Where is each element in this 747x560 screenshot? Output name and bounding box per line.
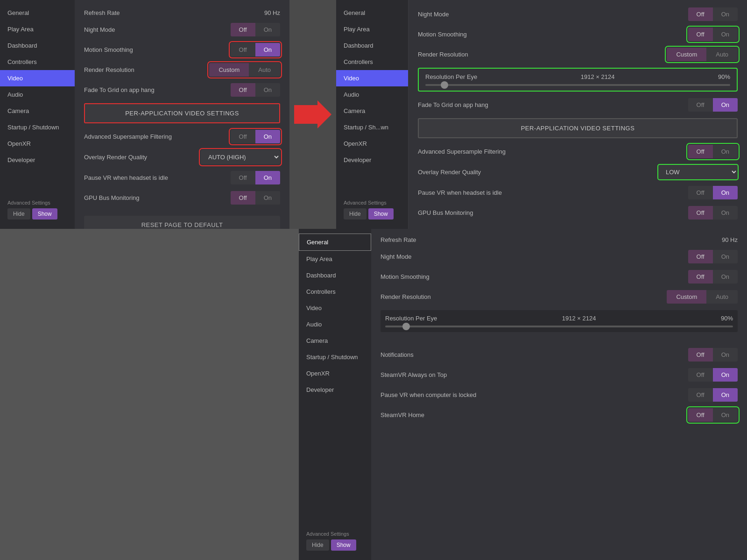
bottom-night-mode-on[interactable]: On bbox=[713, 250, 738, 263]
right-pause-vr-on[interactable]: On bbox=[713, 186, 738, 199]
notifications-off[interactable]: Off bbox=[688, 348, 713, 362]
overlay-render-select[interactable]: AUTO (HIGH) LOW MEDIUM HIGH bbox=[201, 150, 280, 164]
notifications-on[interactable]: On bbox=[713, 348, 738, 362]
left-nav-dashboard[interactable]: Dashboard bbox=[0, 37, 75, 54]
right-fade-to-grid-off[interactable]: Off bbox=[688, 98, 713, 112]
right-motion-smoothing-on[interactable]: On bbox=[713, 28, 738, 41]
left-nav-video[interactable]: Video bbox=[0, 70, 75, 86]
left-nav-play-area[interactable]: Play Area bbox=[0, 21, 75, 37]
bottom-show-button[interactable]: Show bbox=[331, 539, 356, 551]
bottom-render-auto[interactable]: Auto bbox=[706, 290, 738, 304]
bottom-night-mode-toggle[interactable]: Off On bbox=[688, 250, 738, 263]
render-custom[interactable]: Custom bbox=[209, 63, 249, 77]
pause-vr-locked-on[interactable]: On bbox=[713, 388, 738, 402]
right-fade-to-grid-toggle[interactable]: Off On bbox=[688, 98, 738, 112]
bottom-motion-smoothing-toggle[interactable]: Off On bbox=[688, 270, 738, 284]
fade-to-grid-off[interactable]: Off bbox=[231, 83, 255, 97]
bottom-nav-developer[interactable]: Developer bbox=[299, 382, 371, 398]
bottom-motion-smoothing-off[interactable]: Off bbox=[688, 270, 713, 284]
render-resolution-toggle[interactable]: Custom Auto bbox=[209, 63, 280, 77]
right-adv-supersample-on[interactable]: On bbox=[713, 145, 738, 158]
left-nav-openxr[interactable]: OpenXR bbox=[0, 135, 75, 152]
left-nav-audio[interactable]: Audio bbox=[0, 86, 75, 103]
adv-supersample-toggle[interactable]: Off On bbox=[231, 130, 280, 143]
right-nav-play-area[interactable]: Play Area bbox=[336, 21, 408, 37]
right-per-app-button[interactable]: PER-APPLICATION VIDEO SETTINGS bbox=[418, 118, 738, 138]
adv-supersample-off[interactable]: Off bbox=[231, 130, 255, 143]
right-render-custom[interactable]: Custom bbox=[667, 48, 706, 61]
right-nav-startup[interactable]: Startup / Sh...wn bbox=[336, 119, 408, 135]
right-gpu-bus-off[interactable]: Off bbox=[688, 206, 713, 220]
adv-supersample-on[interactable]: On bbox=[255, 130, 280, 143]
res-slider-track[interactable] bbox=[425, 84, 730, 86]
bottom-res-slider[interactable] bbox=[385, 326, 733, 327]
bottom-nav-audio[interactable]: Audio bbox=[299, 316, 371, 333]
right-gpu-bus-on[interactable]: On bbox=[713, 206, 738, 220]
right-motion-smoothing-off[interactable]: Off bbox=[688, 28, 713, 41]
bottom-render-resolution-toggle[interactable]: Custom Auto bbox=[667, 290, 738, 304]
left-nav-startup[interactable]: Startup / Shutdown bbox=[0, 119, 75, 135]
res-slider-thumb[interactable] bbox=[441, 81, 448, 89]
per-app-video-settings-button[interactable]: PER-APPLICATION VIDEO SETTINGS bbox=[84, 103, 280, 123]
pause-vr-locked-toggle[interactable]: Off On bbox=[688, 388, 738, 402]
steamvr-always-on-top-on[interactable]: On bbox=[713, 368, 738, 382]
fade-to-grid-toggle[interactable]: Off On bbox=[231, 83, 280, 97]
steamvr-always-on-top-off[interactable]: Off bbox=[688, 368, 713, 382]
bottom-nav-dashboard[interactable]: Dashboard bbox=[299, 267, 371, 284]
motion-smoothing-off[interactable]: Off bbox=[231, 43, 255, 57]
bottom-nav-startup[interactable]: Startup / Shutdown bbox=[299, 349, 371, 365]
pause-vr-toggle[interactable]: Off On bbox=[231, 171, 280, 184]
right-nav-developer[interactable]: Developer bbox=[336, 152, 408, 168]
right-hide-button[interactable]: Hide bbox=[344, 208, 366, 220]
right-nav-camera[interactable]: Camera bbox=[336, 103, 408, 119]
pause-vr-locked-off[interactable]: Off bbox=[688, 388, 713, 402]
left-nav-developer[interactable]: Developer bbox=[0, 152, 75, 168]
bottom-nav-general[interactable]: General bbox=[299, 234, 371, 251]
right-fade-to-grid-on[interactable]: On bbox=[713, 98, 738, 112]
gpu-bus-on[interactable]: On bbox=[255, 191, 280, 205]
left-nav-camera[interactable]: Camera bbox=[0, 103, 75, 119]
bottom-nav-openxr[interactable]: OpenXR bbox=[299, 365, 371, 382]
steamvr-home-off[interactable]: Off bbox=[688, 408, 713, 422]
bottom-nav-controllers[interactable]: Controllers bbox=[299, 284, 371, 300]
right-nav-general[interactable]: General bbox=[336, 5, 408, 21]
right-adv-supersample-off[interactable]: Off bbox=[688, 145, 713, 158]
gpu-bus-off[interactable]: Off bbox=[231, 191, 255, 205]
steamvr-always-on-top-toggle[interactable]: Off On bbox=[688, 368, 738, 382]
right-nav-openxr[interactable]: OpenXR bbox=[336, 135, 408, 152]
night-mode-off[interactable]: Off bbox=[231, 23, 255, 36]
bottom-render-custom[interactable]: Custom bbox=[667, 290, 706, 304]
render-auto[interactable]: Auto bbox=[249, 63, 280, 77]
right-pause-vr-toggle[interactable]: Off On bbox=[688, 186, 738, 199]
motion-smoothing-toggle[interactable]: Off On bbox=[231, 43, 280, 57]
right-render-resolution-toggle[interactable]: Custom Auto bbox=[667, 48, 738, 61]
pause-vr-off[interactable]: Off bbox=[231, 171, 255, 184]
gpu-bus-toggle[interactable]: Off On bbox=[231, 191, 280, 205]
right-nav-audio[interactable]: Audio bbox=[336, 86, 408, 103]
bottom-nav-video[interactable]: Video bbox=[299, 300, 371, 316]
left-nav-general[interactable]: General bbox=[0, 5, 75, 21]
show-button[interactable]: Show bbox=[32, 208, 57, 220]
left-nav-controllers[interactable]: Controllers bbox=[0, 54, 75, 70]
night-mode-on[interactable]: On bbox=[255, 23, 280, 36]
right-render-auto[interactable]: Auto bbox=[706, 48, 738, 61]
night-mode-toggle[interactable]: Off On bbox=[231, 23, 280, 36]
right-night-mode-toggle[interactable]: Off On bbox=[688, 7, 738, 21]
hide-button[interactable]: Hide bbox=[7, 208, 30, 220]
right-show-button[interactable]: Show bbox=[368, 208, 394, 220]
motion-smoothing-on[interactable]: On bbox=[255, 43, 280, 57]
fade-to-grid-on[interactable]: On bbox=[255, 83, 280, 97]
right-nav-controllers[interactable]: Controllers bbox=[336, 54, 408, 70]
steamvr-home-on[interactable]: On bbox=[713, 408, 738, 422]
bottom-res-slider-thumb[interactable] bbox=[402, 323, 410, 330]
bottom-hide-button[interactable]: Hide bbox=[306, 539, 329, 551]
bottom-nav-camera[interactable]: Camera bbox=[299, 333, 371, 349]
right-adv-supersample-toggle[interactable]: Off On bbox=[688, 145, 738, 158]
notifications-toggle[interactable]: Off On bbox=[688, 348, 738, 362]
right-motion-smoothing-toggle[interactable]: Off On bbox=[688, 28, 738, 41]
bottom-nav-play-area[interactable]: Play Area bbox=[299, 251, 371, 267]
steamvr-home-toggle[interactable]: Off On bbox=[688, 408, 738, 422]
right-night-mode-on[interactable]: On bbox=[713, 7, 738, 21]
pause-vr-on[interactable]: On bbox=[255, 171, 280, 184]
right-night-mode-off[interactable]: Off bbox=[688, 7, 713, 21]
